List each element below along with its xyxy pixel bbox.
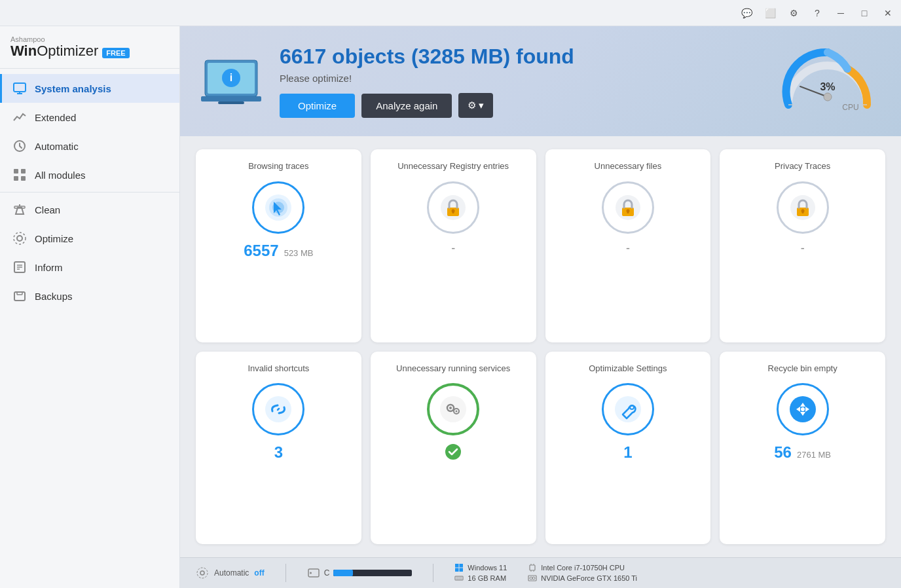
drive-bar-track xyxy=(333,570,412,576)
card-value-privacy: - xyxy=(801,242,805,255)
analyze-button[interactable]: Analyze again xyxy=(361,94,452,118)
sidebar-label-optimize: Optimize xyxy=(35,233,73,244)
header-text: 6617 objects (3285 MB) found Please opti… xyxy=(280,45,574,118)
svg-text:3%: 3% xyxy=(820,81,835,92)
status-os-info: Windows 11 16 GB RAM xyxy=(454,563,507,583)
logo-line: WinOptimizerFREE xyxy=(10,43,169,59)
card-registry-entries[interactable]: Unnecessary Registry entries - xyxy=(371,149,536,342)
sidebar-item-clean[interactable]: Clean xyxy=(0,195,179,224)
extended-icon xyxy=(12,110,27,124)
header-title: 6617 objects (3285 MB) found xyxy=(280,45,574,69)
svg-point-53 xyxy=(445,444,461,460)
card-value-registry: - xyxy=(451,242,455,255)
card-unnecessary-files[interactable]: Unnecessary files - xyxy=(545,149,711,342)
card-running-services[interactable]: Unnecessary running services xyxy=(371,352,536,545)
chat-icon[interactable]: 💬 xyxy=(739,5,754,21)
svg-rect-70 xyxy=(530,565,535,570)
card-value-browsing: 6557 xyxy=(244,242,278,260)
card-privacy-traces[interactable]: Privacy Traces - xyxy=(720,149,885,342)
svg-point-61 xyxy=(310,572,312,574)
svg-line-47 xyxy=(278,409,279,410)
svg-point-76 xyxy=(530,577,532,579)
sidebar-item-system-analysis[interactable]: System analysis xyxy=(0,74,179,103)
card-title-services: Unnecessary running services xyxy=(396,363,510,375)
gpu-icon xyxy=(528,574,537,583)
status-automatic: Automatic off xyxy=(196,566,265,579)
logo-optimizer: Optimizer xyxy=(37,43,98,59)
divider-1 xyxy=(285,564,286,582)
card-circle-shortcuts xyxy=(252,383,304,435)
card-footer-files: - xyxy=(626,242,630,255)
card-browsing-traces[interactable]: Browsing traces 6557 523 MB xyxy=(196,149,361,342)
card-footer-browsing: 6557 523 MB xyxy=(244,242,313,260)
windows-icon xyxy=(454,563,464,572)
close-icon[interactable]: ✕ xyxy=(880,5,896,21)
svg-point-11 xyxy=(14,232,26,244)
svg-rect-6 xyxy=(14,176,18,181)
svg-point-50 xyxy=(449,407,452,409)
sidebar-item-extended[interactable]: Extended xyxy=(0,103,179,132)
svg-point-27 xyxy=(824,93,832,101)
cpu-info-label: Intel Core i7-10750H CPU xyxy=(541,564,625,572)
svg-rect-41 xyxy=(627,211,629,213)
sidebar-item-backups[interactable]: Backups xyxy=(0,282,179,310)
svg-rect-17 xyxy=(17,292,22,295)
settings-icon[interactable]: ⚙ xyxy=(786,5,801,21)
svg-point-52 xyxy=(456,411,458,413)
drive-bar-fill xyxy=(333,570,353,576)
app-container: Ashampoo WinOptimizerFREE System analysi… xyxy=(0,26,901,588)
svg-point-10 xyxy=(17,236,22,241)
header-left: i 6617 objects (3285 MB) found Please op… xyxy=(198,45,574,118)
c-drive-label: C xyxy=(324,568,330,578)
card-title-files: Unnecessary files xyxy=(595,161,662,172)
card-title-registry: Unnecessary Registry entries xyxy=(397,161,509,172)
cards-grid: Browsing traces 6557 523 MB xyxy=(180,136,901,557)
card-value-shortcuts: 3 xyxy=(274,443,283,462)
card-circle-files xyxy=(602,181,654,234)
optimize-button[interactable]: Optimize xyxy=(280,94,355,118)
help-icon[interactable]: ? xyxy=(809,5,825,21)
card-title-recycle: Recycle bin empty xyxy=(768,363,837,375)
svg-rect-23 xyxy=(218,101,244,104)
sidebar-item-automatic[interactable]: Automatic xyxy=(0,132,179,160)
settings-dropdown-button[interactable]: ⚙ ▾ xyxy=(458,93,493,118)
card-optimizable-settings[interactable]: Optimizable Settings 1 xyxy=(545,352,711,545)
check-circle-icon xyxy=(445,443,462,460)
chevron-down-icon: ▾ xyxy=(479,100,484,111)
svg-rect-5 xyxy=(21,169,26,174)
gpu-row: NVIDIA GeForce GTX 1650 Ti xyxy=(528,574,637,583)
status-c-drive: C xyxy=(307,566,413,579)
sidebar-item-inform[interactable]: Inform xyxy=(0,253,179,282)
cpu-row: Intel Core i7-10750H CPU xyxy=(528,563,637,572)
sidebar-label-inform: Inform xyxy=(35,262,63,273)
drive-icon xyxy=(307,566,320,579)
card-recycle-bin[interactable]: Recycle bin empty 56 2761 M xyxy=(720,352,885,545)
card-circle-recycle xyxy=(777,383,829,435)
ram-label: 16 GB RAM xyxy=(468,574,506,582)
svg-rect-22 xyxy=(201,96,261,101)
card-title-privacy: Privacy Traces xyxy=(775,161,830,172)
card-footer-privacy: - xyxy=(801,242,805,255)
sidebar-item-all-modules[interactable]: All modules xyxy=(0,160,179,189)
sidebar-label-clean: Clean xyxy=(35,204,60,215)
svg-rect-45 xyxy=(801,211,803,213)
all-modules-icon xyxy=(12,168,27,182)
window-icon[interactable]: ⬜ xyxy=(762,5,778,21)
optimize-icon xyxy=(12,231,27,246)
sidebar-item-optimize[interactable]: Optimize xyxy=(0,224,179,253)
card-footer-registry: - xyxy=(451,242,455,255)
maximize-icon[interactable]: □ xyxy=(856,5,872,21)
svg-text:CPU: CPU xyxy=(842,103,858,112)
header-buttons: Optimize Analyze again ⚙ ▾ xyxy=(280,93,574,118)
sidebar-label-backups: Backups xyxy=(35,291,73,302)
svg-point-59 xyxy=(197,568,208,578)
card-title-settings: Optimizable Settings xyxy=(589,363,667,375)
svg-point-77 xyxy=(532,577,535,579)
ram-icon xyxy=(454,574,464,583)
minimize-icon[interactable]: ─ xyxy=(833,5,849,21)
sidebar-logo: Ashampoo WinOptimizerFREE xyxy=(0,26,179,69)
card-invalid-shortcuts[interactable]: Invalid shortcuts 3 xyxy=(196,352,361,545)
cpu-icon xyxy=(528,563,537,572)
svg-rect-16 xyxy=(14,292,25,301)
status-bar: Automatic off C xyxy=(180,557,901,588)
